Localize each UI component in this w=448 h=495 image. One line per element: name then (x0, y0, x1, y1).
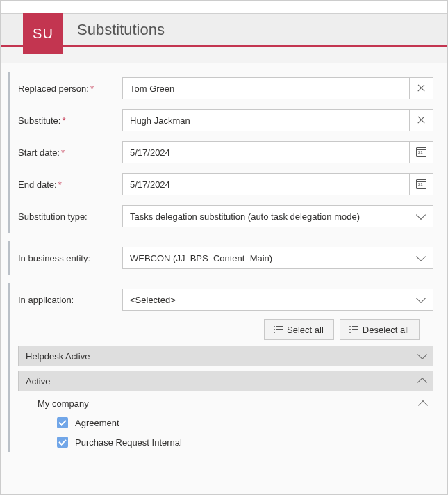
page-title: Substitutions (77, 21, 165, 39)
form-section-main: Replaced person:* Tom Green Substitute:*… (8, 72, 447, 233)
label-end-date: End date:* (18, 179, 122, 190)
header-bar: Substitutions (1, 13, 447, 47)
group-helpdesk-active[interactable]: Helpdesk Active (18, 346, 433, 366)
header: Substitutions SU (1, 1, 447, 63)
chevron-down-icon (416, 210, 426, 220)
app-tile-text: SU (33, 26, 53, 42)
label-start-date: Start date:* (18, 147, 122, 158)
list-icon (350, 326, 358, 333)
item-purchase-request[interactable]: Purchase Request Internal (18, 432, 433, 452)
select-all-button[interactable]: Select all (264, 319, 334, 340)
close-icon (417, 83, 426, 93)
chevron-down-icon (416, 293, 426, 303)
checkbox-checked-icon[interactable] (57, 437, 68, 448)
label-substitute: Substitute:* (18, 115, 122, 126)
start-date-picker[interactable] (409, 142, 433, 163)
group-active[interactable]: Active (18, 371, 433, 391)
substitute-input[interactable]: Hugh Jackman (123, 110, 409, 131)
business-entity-chevron (409, 248, 433, 268)
clear-replaced-person[interactable] (409, 78, 433, 99)
subgroup-my-company[interactable]: My company (18, 391, 433, 413)
chevron-down-icon (416, 252, 426, 261)
form-section-application: In application: <Selected> Select all De… (8, 283, 447, 452)
clear-substitute[interactable] (409, 110, 433, 131)
app-tile: SU (23, 13, 63, 54)
end-date-input[interactable]: 5/17/2024 (123, 174, 409, 195)
start-date-input[interactable]: 5/17/2024 (123, 142, 409, 163)
item-agreement[interactable]: Agreement (18, 413, 433, 432)
label-substitution-type: Substitution type: (18, 211, 122, 222)
calendar-icon (416, 179, 426, 189)
deselect-all-button[interactable]: Deselect all (340, 319, 420, 340)
label-in-application: In application: (18, 295, 122, 305)
label-replaced-person: Replaced person:* (18, 83, 122, 94)
chevron-up-icon (417, 378, 427, 387)
form-section-entity: In business entity: WEBCON (JJ_BPS_Conte… (8, 241, 447, 275)
in-application-select[interactable]: <Selected> (122, 289, 433, 311)
list-icon (274, 326, 283, 333)
chevron-up-icon (418, 400, 428, 409)
label-business-entity: In business entity: (18, 253, 122, 263)
close-icon (417, 115, 426, 125)
end-date-picker[interactable] (409, 174, 433, 195)
in-application-chevron (409, 289, 433, 310)
calendar-icon (416, 147, 426, 157)
chevron-down-icon (417, 350, 427, 359)
replaced-person-input[interactable]: Tom Green (123, 78, 409, 99)
checkbox-checked-icon[interactable] (57, 417, 68, 428)
business-entity-select[interactable]: WEBCON (JJ_BPS_Content_Main) (122, 247, 433, 269)
substitution-type-chevron (409, 206, 433, 227)
substitution-type-select[interactable]: Tasks delegation substitution (auto task… (122, 205, 433, 227)
